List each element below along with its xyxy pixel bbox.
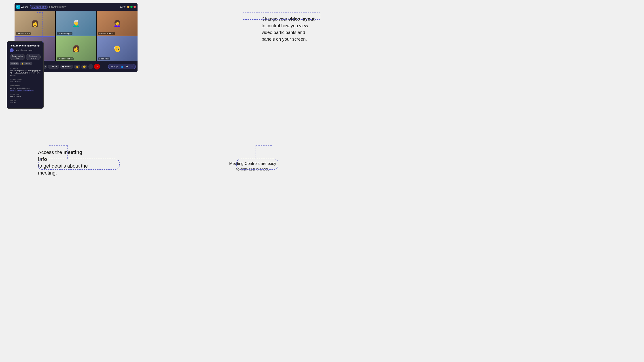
participant-name-isabelle: Isabelle Brennan bbox=[98, 32, 115, 35]
right-text-rest-1: to control how you view video participan… bbox=[262, 23, 308, 41]
maximize-button[interactable] bbox=[130, 6, 132, 8]
webex-label: Webex bbox=[21, 5, 28, 8]
general-label: General bbox=[11, 62, 18, 64]
show-menu-bar-btn[interactable]: Show menu bar ▾ bbox=[49, 5, 66, 8]
apps-icon: ⊞ bbox=[111, 65, 113, 68]
host-key-value: 555123 bbox=[10, 102, 41, 104]
host-label: Host: bbox=[15, 49, 20, 51]
meeting-info-label: Meeting info bbox=[34, 5, 46, 8]
webex-icon: W bbox=[16, 5, 20, 9]
more-button[interactable]: ··· bbox=[88, 64, 93, 69]
tab-general[interactable]: General bbox=[10, 62, 19, 65]
record-label: Record bbox=[65, 65, 71, 68]
emoji-button[interactable]: 😊 bbox=[81, 64, 88, 69]
meeting-info-tab[interactable]: ℹ Meeting info bbox=[30, 5, 48, 9]
access-code-label: Access code bbox=[10, 93, 41, 95]
chat-button[interactable]: 💬 bbox=[125, 65, 129, 68]
field-meeting-link: Meeting link https://example.webex.com/g… bbox=[10, 67, 41, 77]
hand-icon: ✋ bbox=[76, 65, 78, 68]
participants-icon: 👥 bbox=[121, 65, 123, 68]
end-call-button[interactable]: ✕ bbox=[94, 64, 100, 69]
share-button[interactable]: ↗ Share bbox=[48, 64, 59, 69]
webex-logo: W Webex bbox=[16, 5, 28, 9]
participants-button[interactable]: 👥 bbox=[120, 65, 124, 68]
field-access-code: Access code 555 035 0635 bbox=[10, 93, 41, 98]
apps-label: Apps bbox=[114, 65, 118, 68]
security-label: Security bbox=[24, 62, 31, 64]
title-bar-left: W Webex ℹ Meeting info Show menu bar ▾ bbox=[16, 5, 66, 9]
left-text-1: Access the bbox=[38, 149, 62, 155]
participant-name-henry: 🎤 Henry Riggs bbox=[57, 32, 72, 35]
video-cell-clarissa: 👩 Clarissa Smith bbox=[14, 11, 55, 36]
controls-annotation-text: Meeting Controls are easy to find at a g… bbox=[229, 161, 276, 171]
video-cell-marise: 👩 🎤 Marise Torres bbox=[56, 36, 96, 61]
field-host-key: Host key 555123 bbox=[10, 99, 41, 104]
tab-row: General 🔒 Security bbox=[10, 62, 41, 65]
share-icon: ↗ bbox=[50, 65, 52, 68]
field-video-address: Video address US Toll +1-555-655-0000 Sh… bbox=[10, 85, 41, 91]
host-avatar: C bbox=[10, 48, 14, 52]
call-in-numbers-link[interactable]: Show all global call-in numbers bbox=[10, 89, 41, 91]
tab-security[interactable]: 🔒 Security bbox=[20, 62, 32, 65]
chevron-down-icon: ▾ bbox=[65, 5, 66, 8]
right-explanation: Change your video layout to control how … bbox=[262, 16, 318, 42]
minimize-button[interactable] bbox=[127, 6, 130, 8]
apps-button[interactable]: ⊞ Apps bbox=[110, 65, 119, 68]
left-text-2: to get details about the meeting. bbox=[38, 163, 88, 176]
left-annotation: Access the meeting info to get details a… bbox=[38, 149, 90, 177]
participant-name-marise: 🎤 Marise Torres bbox=[57, 57, 74, 60]
end-call-icon: ✕ bbox=[96, 65, 98, 68]
more-right-icon: ··· bbox=[131, 65, 133, 68]
right-controls: ⊞ Apps 👥 💬 ··· bbox=[108, 64, 136, 69]
info-icon: ℹ bbox=[32, 5, 33, 8]
host-row: C Host: Clarissa Smith bbox=[10, 48, 41, 52]
meeting-number-value: 555 035 0635 bbox=[10, 81, 41, 83]
right-text-bold-1: video layout bbox=[288, 16, 314, 21]
field-meeting-number: Meeting number 555 035 0635 bbox=[10, 78, 41, 83]
time-display: 12:40 bbox=[120, 5, 126, 8]
access-code-value: 555 035 0635 bbox=[10, 95, 41, 98]
more-right-button[interactable]: ··· bbox=[130, 65, 134, 68]
action-buttons: Copy meeting link Invite and remind bbox=[10, 54, 41, 60]
copy-link-button[interactable]: Copy meeting link bbox=[10, 54, 25, 60]
video-arrow: ▾ bbox=[45, 66, 46, 67]
security-icon: 🔒 bbox=[22, 62, 24, 64]
participant-name-umar: Umar Patel bbox=[98, 57, 110, 60]
reactions-button[interactable]: ✋ bbox=[74, 64, 80, 69]
video-cell-isabelle: 👩‍🦱 Isabelle Brennan bbox=[97, 11, 138, 36]
participant-name-clarissa: Clarissa Smith bbox=[16, 32, 31, 35]
video-address-label: Video address bbox=[10, 85, 41, 87]
info-panel-title: Feature Planning Meeting bbox=[10, 44, 41, 47]
video-address-value: US Toll +1-555-655-0000 bbox=[10, 87, 41, 89]
close-button[interactable] bbox=[134, 6, 136, 8]
info-panel: Feature Planning Meeting C Host: Clariss… bbox=[7, 41, 44, 109]
invite-remind-button[interactable]: Invite and remind bbox=[26, 54, 41, 60]
right-text-1: Change your bbox=[262, 16, 287, 21]
record-button[interactable]: ⏺ Record bbox=[60, 64, 73, 69]
meeting-link-value: https://example.webex.com/go/j.php?MTID=… bbox=[10, 70, 41, 77]
title-bar-right: 12:40 bbox=[120, 5, 136, 8]
more-icon: ··· bbox=[90, 65, 92, 68]
show-menu-label: Show menu bar bbox=[49, 5, 65, 8]
window-controls bbox=[127, 6, 136, 8]
controls-annotation: Meeting Controls are easy to find at a g… bbox=[228, 161, 277, 172]
record-icon: ⏺ bbox=[62, 65, 64, 68]
video-cell-umar: 👴 Umar Patel bbox=[97, 36, 138, 61]
share-label: Share bbox=[52, 65, 58, 68]
emoji-icon: 😊 bbox=[83, 65, 86, 68]
host-name-value: Clarissa Smith bbox=[20, 49, 33, 51]
meeting-link-label: Meeting link bbox=[10, 67, 41, 69]
meeting-number-label: Meeting number bbox=[10, 78, 41, 80]
host-key-label: Host key bbox=[10, 99, 41, 101]
chat-icon: 💬 bbox=[126, 65, 128, 68]
host-name: Host: Clarissa Smith bbox=[15, 49, 33, 51]
video-cell-henry: 👨‍🦳 🎤 Henry Riggs bbox=[56, 11, 96, 36]
title-bar: W Webex ℹ Meeting info Show menu bar ▾ 1… bbox=[14, 3, 138, 11]
